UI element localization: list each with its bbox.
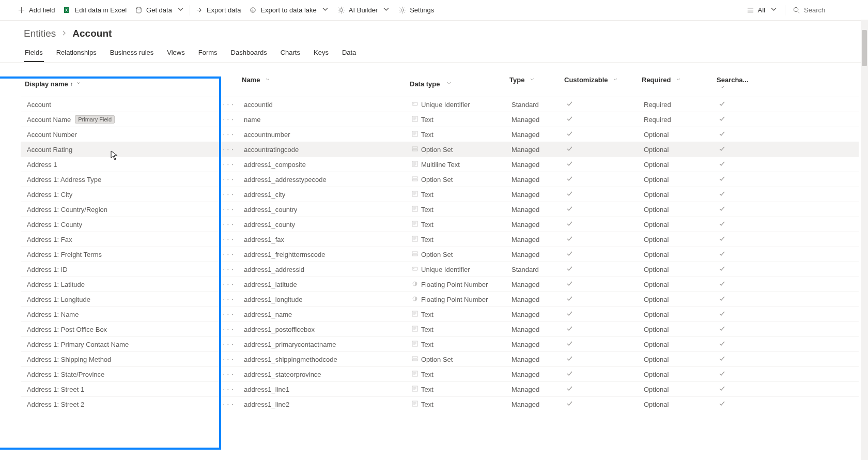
export-data-button[interactable]: Export data (191, 3, 245, 17)
more-actions-icon[interactable]: · · · (223, 116, 234, 122)
scrollbar[interactable] (861, 20, 868, 450)
more-actions-icon[interactable]: · · · (223, 326, 234, 332)
view-filter-button[interactable]: All (742, 3, 782, 18)
table-row[interactable]: Address 1: Latitude· · ·address1_latitud… (21, 277, 859, 292)
cell-name: address1_line1 (244, 386, 412, 393)
more-actions-icon[interactable]: · · · (223, 341, 234, 347)
cell-searchable (719, 295, 755, 303)
tab-fields[interactable]: Fields (24, 45, 44, 62)
tab-keys[interactable]: Keys (313, 45, 330, 62)
cell-searchable (719, 325, 755, 333)
tab-relationships[interactable]: Relationships (55, 45, 98, 62)
more-actions-icon[interactable]: · · · (223, 386, 234, 392)
table-row[interactable]: Address 1: Street 2· · ·address1_line2Te… (21, 396, 859, 411)
search-box[interactable] (788, 3, 855, 17)
ai-builder-button[interactable]: AI Builder (333, 3, 394, 18)
table-row[interactable]: Account Number· · ·accountnumberTextMana… (21, 127, 859, 142)
col-header-datatype[interactable]: Data type (410, 76, 509, 91)
col-header-type[interactable]: Type (509, 76, 564, 91)
table-row[interactable]: Address 1: State/Province· · ·address1_s… (21, 366, 859, 381)
more-actions-icon[interactable]: · · · (223, 251, 234, 257)
more-actions-icon[interactable]: · · · (223, 146, 234, 152)
table-row[interactable]: Address 1: Post Office Box· · ·address1_… (21, 321, 859, 336)
table-row[interactable]: Address 1: Longitude· · ·address1_longit… (21, 292, 859, 306)
search-input[interactable] (804, 6, 850, 14)
cell-required: Optional (644, 176, 719, 183)
table-row[interactable]: Address 1: Name· · ·address1_nameTextMan… (21, 306, 859, 321)
tab-business-rules[interactable]: Business rules (109, 45, 155, 62)
more-actions-icon[interactable]: · · · (223, 266, 234, 272)
table-row[interactable]: Account· · ·accountidUnique IdentifierSt… (21, 97, 859, 112)
more-actions-icon[interactable]: · · · (223, 221, 234, 227)
cell-customizable (566, 310, 644, 318)
breadcrumb-root[interactable]: Entities (24, 28, 56, 39)
table-row[interactable]: Address 1· · ·address1_compositeMultilin… (21, 157, 859, 172)
table-row[interactable]: Address 1: Primary Contact Name· · ·addr… (21, 336, 859, 351)
col-header-display[interactable]: Display name ↑ (25, 76, 242, 91)
table-row[interactable]: Address 1: Street 1· · ·address1_line1Te… (21, 381, 859, 396)
table-row[interactable]: Address 1: County· · ·address1_countyTex… (21, 217, 859, 232)
table-row[interactable]: Address 1: Fax· · ·address1_faxTextManag… (21, 232, 859, 247)
tab-charts[interactable]: Charts (280, 45, 301, 62)
more-actions-icon[interactable]: · · · (223, 371, 234, 377)
lake-icon (249, 6, 257, 14)
more-actions-icon[interactable]: · · · (223, 206, 234, 212)
get-data-button[interactable]: Get data (131, 3, 189, 18)
col-header-customizable[interactable]: Customizable (564, 76, 642, 91)
col-header-searchable[interactable]: Searcha... (717, 76, 753, 91)
tab-forms[interactable]: Forms (197, 45, 219, 62)
more-actions-icon[interactable]: · · · (223, 401, 234, 407)
table-row[interactable]: Account Rating· · ·accountratingcodeOpti… (21, 142, 859, 157)
datatype-text: Text (421, 236, 433, 243)
more-actions-icon[interactable]: · · · (223, 281, 234, 287)
table-row[interactable]: Address 1: Address Type· · ·address1_add… (21, 172, 859, 187)
more-actions-icon[interactable]: · · · (223, 101, 234, 108)
table-row[interactable]: Account NamePrimary Field· · ·nameTextMa… (21, 112, 859, 127)
col-header-label: Type (509, 76, 524, 84)
cmd-label: AI Builder (349, 6, 378, 14)
cell-display: Address 1: Longitude· · · (27, 296, 244, 303)
sort-asc-icon: ↑ (70, 81, 73, 87)
cell-customizable (566, 325, 644, 333)
cell-required: Optional (644, 221, 719, 228)
cmd-label: Export to data lake (260, 6, 316, 14)
cell-name: address1_stateorprovince (244, 371, 412, 378)
tab-dashboards[interactable]: Dashboards (230, 45, 268, 62)
cell-display: Address 1· · · (27, 161, 244, 168)
more-actions-icon[interactable]: · · · (223, 161, 234, 167)
cell-type: Managed (512, 281, 566, 288)
scrollbar-thumb[interactable] (862, 30, 867, 66)
datatype-text: Text (421, 131, 433, 139)
more-actions-icon[interactable]: · · · (223, 191, 234, 197)
more-actions-icon[interactable]: · · · (223, 131, 234, 137)
settings-button[interactable]: Settings (394, 3, 438, 17)
table-row[interactable]: Address 1: Freight Terms· · ·address1_fr… (21, 247, 859, 262)
cell-display: Address 1: ID· · · (27, 266, 244, 273)
table-row[interactable]: Address 1: Shipping Method· · ·address1_… (21, 351, 859, 366)
col-header-label: Customizable (564, 76, 608, 84)
cell-name: name (244, 116, 412, 124)
more-actions-icon[interactable]: · · · (223, 236, 234, 242)
add-field-button[interactable]: Add field (13, 3, 59, 17)
more-actions-icon[interactable]: · · · (223, 311, 234, 317)
cell-display: Account· · · (27, 101, 244, 109)
export-lake-button[interactable]: Export to data lake (245, 3, 333, 18)
cell-required: Optional (644, 281, 719, 288)
more-actions-icon[interactable]: · · · (223, 176, 234, 182)
table-row[interactable]: Address 1: Country/Region· · ·address1_c… (21, 202, 859, 217)
cell-datatype: Text (412, 341, 512, 348)
more-actions-icon[interactable]: · · · (223, 356, 234, 362)
tab-views[interactable]: Views (166, 45, 185, 62)
table-row[interactable]: Address 1: ID· · ·address1_addressidUniq… (21, 262, 859, 277)
edit-excel-button[interactable]: Edit data in Excel (59, 3, 131, 17)
chevron-down-icon (382, 6, 390, 15)
col-header-required[interactable]: Required (642, 76, 717, 91)
col-header-name[interactable]: Name (242, 76, 410, 91)
cell-searchable (719, 115, 755, 124)
cell-searchable (719, 340, 755, 348)
datatype-text: Text (421, 221, 433, 228)
tab-data[interactable]: Data (341, 45, 357, 62)
cell-customizable (566, 175, 644, 183)
table-row[interactable]: Address 1: City· · ·address1_cityTextMan… (21, 187, 859, 202)
more-actions-icon[interactable]: · · · (223, 296, 234, 302)
